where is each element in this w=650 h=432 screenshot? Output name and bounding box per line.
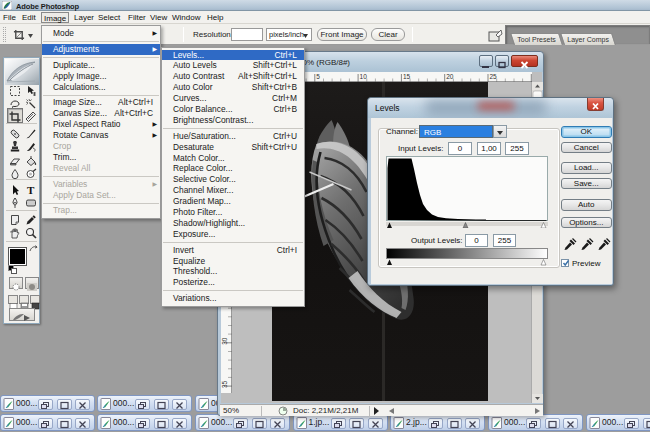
svg-text:25: 25 <box>490 73 498 80</box>
svg-text:10: 10 <box>360 73 368 80</box>
svg-text:20: 20 <box>446 73 454 80</box>
svg-text:35: 35 <box>221 380 228 388</box>
svg-text:5: 5 <box>316 73 320 80</box>
svg-text:15: 15 <box>403 73 411 80</box>
svg-text:30: 30 <box>221 337 228 345</box>
